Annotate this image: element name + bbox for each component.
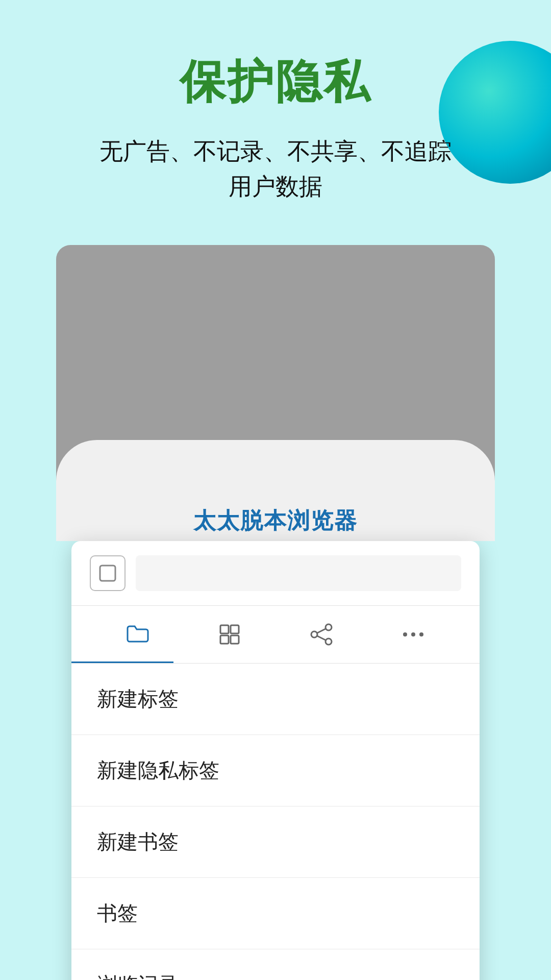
square-icon bbox=[98, 564, 117, 583]
tab-icon-button[interactable] bbox=[90, 555, 126, 591]
svg-point-6 bbox=[311, 631, 317, 638]
more-dots-icon bbox=[400, 621, 427, 648]
menu-item-history[interactable]: 浏览记录 bbox=[71, 949, 480, 980]
svg-point-12 bbox=[419, 632, 423, 636]
hero-title: 保护隐私 bbox=[0, 51, 551, 113]
folder-icon bbox=[124, 621, 151, 648]
svg-rect-0 bbox=[100, 566, 115, 581]
svg-point-7 bbox=[325, 639, 332, 645]
address-bar-field[interactable] bbox=[136, 555, 461, 591]
menu-item-new-private-tab[interactable]: 新建隐私标签 bbox=[71, 735, 480, 806]
icon-toolbar bbox=[71, 606, 480, 664]
toolbar-scan-button[interactable] bbox=[184, 616, 276, 653]
svg-line-9 bbox=[317, 636, 325, 640]
page-root: 保护隐私 无广告、不记录、不共享、不追踪 用户数据 太太脱本浏览器 bbox=[0, 0, 551, 980]
menu-item-bookmarks[interactable]: 书签 bbox=[71, 878, 480, 949]
browser-background: 太太脱本浏览器 bbox=[56, 245, 495, 541]
scan-icon bbox=[216, 621, 243, 648]
menu-item-new-tab[interactable]: 新建标签 bbox=[71, 664, 480, 735]
svg-rect-2 bbox=[231, 625, 239, 633]
hero-section: 保护隐私 无广告、不记录、不共享、不追踪 用户数据 bbox=[0, 0, 551, 204]
svg-line-8 bbox=[317, 629, 325, 633]
browser-mock: 太太脱本浏览器 bbox=[56, 245, 495, 980]
hero-subtitle: 无广告、不记录、不共享、不追踪 用户数据 bbox=[0, 134, 551, 204]
toolbar-share-button[interactable] bbox=[276, 616, 367, 653]
menu-item-new-bookmark[interactable]: 新建书签 bbox=[71, 806, 480, 878]
browser-app-title: 太太脱本浏览器 bbox=[56, 506, 495, 536]
toolbar-folder-button[interactable] bbox=[92, 616, 184, 653]
svg-rect-1 bbox=[220, 625, 229, 633]
svg-point-5 bbox=[325, 624, 332, 630]
svg-point-10 bbox=[403, 632, 407, 636]
share-icon bbox=[308, 621, 335, 648]
toolbar-more-button[interactable] bbox=[367, 616, 459, 653]
hero-subtitle-line1: 无广告、不记录、不共享、不追踪 bbox=[99, 138, 452, 164]
svg-rect-3 bbox=[220, 635, 229, 644]
popup-menu-card: 新建标签 新建隐私标签 新建书签 书签 浏览记录 扫一扫 刷新页面 bbox=[71, 541, 480, 980]
address-bar-row bbox=[71, 541, 480, 606]
svg-rect-4 bbox=[231, 635, 239, 644]
hero-subtitle-line2: 用户数据 bbox=[229, 173, 322, 200]
svg-point-11 bbox=[411, 632, 415, 636]
